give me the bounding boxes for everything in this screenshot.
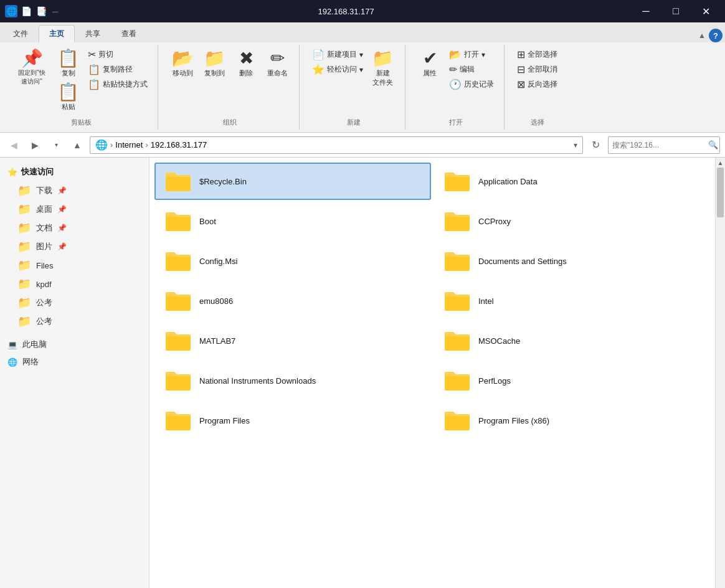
file-item[interactable]: Application Data [434, 163, 710, 200]
folder-icon-gongkao1: 📁 [17, 296, 31, 310]
move-to-button[interactable]: 📂 移动到 [168, 47, 197, 80]
address-dropdown-button[interactable]: ▾ [574, 141, 577, 149]
folder-icon [163, 408, 193, 433]
sidebar-item-thispc[interactable]: 💻 此电脑 [0, 336, 149, 353]
sidebar-item-pictures[interactable]: 📁 图片 📌 [0, 237, 149, 256]
recent-locations-button[interactable]: ▾ [47, 136, 65, 154]
folder-icon [442, 249, 472, 273]
move-to-icon: 📂 [172, 50, 194, 67]
copy-button[interactable]: 📋 复制 [54, 47, 83, 80]
file-item[interactable]: PerfLogs [434, 362, 710, 399]
file-item[interactable]: CCProxy [434, 202, 710, 240]
titlebar-separator: ─ [52, 7, 58, 16]
search-icon[interactable]: 🔍 [708, 140, 718, 149]
folder-icon [442, 328, 472, 353]
search-input[interactable] [612, 141, 706, 149]
search-box[interactable]: 🔍 [608, 136, 720, 154]
file-item[interactable]: Config.Msi [154, 242, 431, 280]
cut-icon: ✂ [88, 49, 96, 60]
network-label: 网络 [22, 356, 39, 368]
file-item[interactable]: MATLAB7 [154, 322, 431, 359]
this-pc-label: 此电脑 [22, 339, 47, 350]
folder-icon [163, 169, 193, 194]
quick-access-header[interactable]: ⭐ 快速访问 [0, 163, 149, 181]
sidebar-item-gongkao1[interactable]: 📁 公考 [0, 293, 149, 312]
copy-icon: 📋 [57, 50, 79, 67]
tab-share[interactable]: 共享 [75, 25, 111, 42]
file-item[interactable]: MSOCache [434, 322, 710, 359]
new-col: 📄 新建项目 ▾ ⭐ 轻松访问 ▾ [310, 47, 366, 77]
quick-access-star-icon: ⭐ [7, 168, 17, 177]
copy-to-button[interactable]: 📁 复制到 [200, 47, 229, 80]
address-host: 192.168.31.177 [151, 140, 207, 149]
open-col: 📂 打开 ▾ ✏ 编辑 🕐 历史记录 [447, 47, 496, 92]
invert-button[interactable]: ⊠ 反向选择 [514, 77, 560, 92]
file-name: $Recycle.Bin [199, 177, 247, 186]
sidebar-item-gongkao2[interactable]: 📁 公考 [0, 312, 149, 331]
sidebar-item-downloads[interactable]: 📁 下载 📌 [0, 181, 149, 200]
select-none-icon: ⊟ [517, 64, 525, 75]
tab-file[interactable]: 文件 [2, 25, 39, 42]
help-button[interactable]: ? [709, 29, 723, 42]
folder-icon [163, 249, 193, 273]
scroll-up-button[interactable]: ▲ [716, 158, 725, 168]
easy-access-button[interactable]: ⭐ 轻松访问 ▾ [310, 62, 366, 77]
tab-view[interactable]: 查看 [111, 25, 147, 42]
copy-path-button[interactable]: 📋 复制路径 [85, 62, 150, 77]
pin-button[interactable]: 📌 固定到"快速访问" [12, 47, 51, 88]
folder-icon-downloads: 📁 [17, 184, 31, 197]
file-item[interactable]: Boot [154, 202, 431, 240]
forward-button[interactable]: ▶ [26, 136, 44, 154]
address-bar[interactable]: 🌐 › Internet › 192.168.31.177 ▾ [90, 136, 583, 154]
file-item[interactable]: Documents and Settings [434, 242, 710, 280]
rename-button[interactable]: ✏ 重命名 [263, 47, 291, 80]
delete-button[interactable]: ✖ 删除 [232, 47, 260, 80]
refresh-button[interactable]: ↻ [587, 136, 604, 154]
sidebar-item-label-docs: 文档 [36, 222, 52, 234]
address-separator1: › [110, 140, 113, 149]
edit-button[interactable]: ✏ 编辑 [447, 62, 496, 77]
sidebar-item-network[interactable]: 🌐 网络 [0, 353, 149, 371]
history-button[interactable]: 🕐 历史记录 [447, 77, 496, 92]
file-item[interactable]: $Recycle.Bin [154, 163, 431, 200]
dropdown-arrow3: ▾ [481, 50, 485, 59]
new-folder-button[interactable]: 📁 新建 文件夹 [368, 47, 397, 90]
sidebar-item-label-desktop: 桌面 [36, 204, 52, 215]
tab-home[interactable]: 主页 [39, 25, 75, 42]
properties-button[interactable]: ✔ 属性 [415, 47, 444, 80]
sidebar-item-desktop[interactable]: 📁 桌面 📌 [0, 200, 149, 219]
file-item[interactable]: Program Files (x86) [434, 402, 710, 439]
ribbon-collapse-button[interactable]: ▲ [695, 29, 709, 42]
open-button[interactable]: 📂 打开 ▾ [447, 47, 496, 62]
back-button[interactable]: ◀ [5, 136, 22, 154]
paste-shortcut-icon: 📋 [88, 78, 100, 90]
cut-button[interactable]: ✂ 剪切 [85, 47, 150, 62]
new-item-button[interactable]: 📄 新建项目 ▾ [310, 47, 366, 62]
maximize-button[interactable]: □ [661, 0, 690, 22]
titlebar-app-icons: 🌐 📄 📑 ─ [5, 5, 60, 17]
paste-button[interactable]: 📋 粘贴 [54, 81, 83, 114]
file-item[interactable]: Program Files [154, 402, 431, 439]
file-item[interactable]: Intel [434, 282, 710, 320]
addressbar: ◀ ▶ ▾ ▲ 🌐 › Internet › 192.168.31.177 ▾ … [0, 133, 725, 158]
app-icon-blue: 🌐 [5, 5, 17, 17]
select-none-button[interactable]: ⊟ 全部取消 [514, 62, 560, 77]
sidebar-item-files[interactable]: 📁 Files [0, 256, 149, 275]
scroll-thumb[interactable] [717, 168, 724, 217]
select-all-button[interactable]: ⊞ 全部选择 [514, 47, 560, 62]
select-items: ⊞ 全部选择 ⊟ 全部取消 ⊠ 反向选择 [514, 47, 560, 114]
ribbon-group-clipboard: 📌 固定到"快速访问" 📋 复制 📋 粘贴 ✂ [5, 45, 158, 130]
minimize-button[interactable]: ─ [632, 0, 660, 22]
paste-shortcut-button[interactable]: 📋 粘贴快捷方式 [85, 77, 150, 92]
sidebar-item-kpdf[interactable]: 📁 kpdf [0, 275, 149, 293]
copy-to-icon: 📁 [204, 50, 225, 67]
ribbon-group-open: ✔ 属性 📂 打开 ▾ ✏ 编辑 🕐 历史记录 [408, 45, 505, 130]
close-button[interactable]: ✕ [691, 0, 720, 22]
app-icon-page: 📄 [20, 5, 32, 17]
open-label: 打开 [449, 115, 463, 127]
folder-icon [442, 368, 472, 393]
up-button[interactable]: ▲ [69, 136, 86, 154]
file-item[interactable]: emu8086 [154, 282, 431, 320]
file-item[interactable]: National Instruments Downloads [154, 362, 431, 399]
sidebar-item-docs[interactable]: 📁 文档 📌 [0, 219, 149, 237]
